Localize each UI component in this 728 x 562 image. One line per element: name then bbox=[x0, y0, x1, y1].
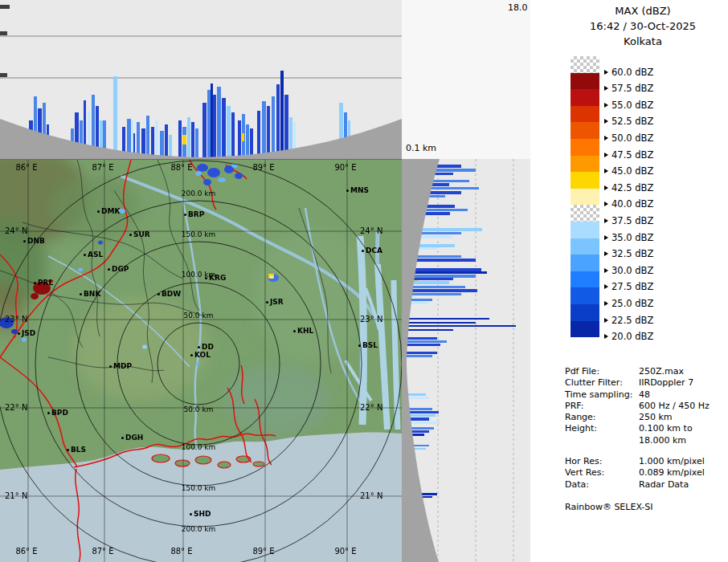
legend-entry: 20.0 dBZ bbox=[571, 321, 599, 338]
city-dot bbox=[362, 250, 364, 252]
city-dot bbox=[129, 234, 132, 236]
legend-entry: 27.5 dBZ bbox=[571, 271, 599, 288]
city-marker: JSD bbox=[18, 329, 35, 337]
radar-map-panel: 86° E 87° E 88° E 89° E 90° E 86° E 87° … bbox=[0, 159, 402, 562]
city-dot bbox=[184, 214, 186, 216]
legend-entry: 50.0 dBZ bbox=[571, 122, 599, 139]
tick-arrow-icon bbox=[604, 185, 608, 190]
legend-value: 60.0 dBZ bbox=[611, 67, 653, 78]
city-label: JSR bbox=[270, 298, 284, 306]
metadata-value: 1.000 km/pixel bbox=[639, 456, 705, 467]
city-marker: SHD bbox=[190, 510, 211, 518]
tick-arrow-icon bbox=[604, 218, 608, 223]
legend-swatch bbox=[571, 172, 599, 189]
city-label: DMK bbox=[101, 207, 120, 215]
city-label: DGP bbox=[112, 265, 129, 273]
city-marker: DD bbox=[198, 343, 214, 351]
metadata-label: Data: bbox=[565, 479, 639, 491]
city-marker: DGP bbox=[108, 265, 129, 273]
city-marker: DGH bbox=[121, 434, 143, 442]
city-label: MDP bbox=[113, 362, 132, 370]
city-marker: KRG bbox=[205, 274, 226, 282]
city-dot bbox=[84, 254, 86, 256]
city-marker: MNS bbox=[346, 186, 369, 194]
radar-station: Kolkata bbox=[558, 34, 728, 49]
city-label: BPD bbox=[51, 409, 68, 417]
legend-swatch bbox=[571, 73, 599, 90]
tick-arrow-icon bbox=[604, 119, 608, 124]
city-dot bbox=[293, 330, 296, 332]
legend-swatch bbox=[571, 106, 599, 123]
legend-value: 52.5 dBZ bbox=[611, 116, 653, 127]
legend-entry: 40.0 dBZ bbox=[571, 189, 599, 206]
city-marker: ASL bbox=[84, 250, 103, 259]
side-projection-panel bbox=[402, 159, 530, 562]
legend-value: 45.0 dBZ bbox=[611, 165, 653, 177]
city-marker: DNB bbox=[23, 237, 45, 245]
metadata-row: Time sampling:48 bbox=[565, 389, 710, 401]
city-dot bbox=[97, 210, 100, 213]
city-dot bbox=[266, 301, 268, 303]
legend-swatch bbox=[571, 89, 599, 106]
tick-arrow-icon bbox=[604, 153, 608, 157]
city-dot bbox=[358, 344, 361, 347]
metadata-value: 0.100 km to bbox=[639, 423, 693, 434]
height-gridlines bbox=[438, 159, 513, 562]
city-label: ASL bbox=[88, 250, 103, 259]
city-marker: BRP bbox=[184, 210, 204, 218]
tick-arrow-icon bbox=[604, 251, 608, 256]
metadata-row: Clutter Filter:IIRDoppler 7 bbox=[565, 377, 710, 389]
legend-swatch bbox=[571, 271, 599, 288]
scan-metadata: Pdf File:250Z.max Clutter Filter:IIRDopp… bbox=[565, 366, 710, 513]
tick-arrow-icon bbox=[604, 136, 608, 140]
tick-arrow-icon bbox=[604, 86, 608, 91]
city-marker: PRL bbox=[34, 279, 53, 287]
metadata-row: Pdf File:250Z.max bbox=[565, 366, 710, 377]
range-ring-label: 150.0 km bbox=[182, 230, 216, 238]
range-ring-label: 50.0 km bbox=[184, 312, 214, 320]
tick-arrow-icon bbox=[604, 284, 608, 289]
legend-swatch bbox=[571, 287, 599, 304]
city-dot bbox=[346, 189, 349, 192]
legend-entry: 32.5 dBZ bbox=[571, 238, 599, 255]
legend-value: 50.0 dBZ bbox=[611, 132, 653, 144]
legend-swatch bbox=[571, 156, 599, 173]
metadata-value: 18.000 km bbox=[639, 435, 686, 446]
city-label: BLS bbox=[71, 446, 86, 454]
city-marker: BNK bbox=[80, 290, 100, 298]
city-label: BDW bbox=[162, 290, 181, 298]
legend-value: 42.5 dBZ bbox=[611, 182, 653, 193]
city-label: KOL bbox=[194, 351, 211, 359]
lon-label: 86° E bbox=[15, 163, 37, 172]
lon-label: 86° E bbox=[15, 547, 37, 556]
legend-entry: 47.5 dBZ bbox=[571, 139, 599, 156]
lat-label: 22° N bbox=[5, 403, 27, 412]
side-projection-graphic bbox=[402, 159, 530, 562]
city-marker: BDW bbox=[157, 290, 181, 298]
metadata-label: Pdf File: bbox=[565, 366, 639, 377]
city-dot bbox=[23, 240, 26, 242]
metadata-value: 48 bbox=[639, 389, 650, 401]
city-marker: BPD bbox=[47, 409, 68, 417]
tick-arrow-icon bbox=[604, 169, 608, 173]
city-dot bbox=[67, 449, 69, 451]
city-marker: DMK bbox=[97, 207, 120, 215]
tick-arrow-icon bbox=[604, 268, 608, 273]
city-label: SHD bbox=[194, 510, 211, 518]
lon-label: 89° E bbox=[252, 163, 274, 172]
city-dot bbox=[190, 354, 193, 356]
radar-display: 18.0 km 0.1 km bbox=[0, 0, 728, 562]
height-axis-min-label: 0.1 km bbox=[406, 143, 436, 153]
city-marker: KHL bbox=[293, 327, 313, 335]
legend-swatch bbox=[571, 122, 599, 139]
legend-swatch bbox=[571, 189, 599, 206]
city-dot bbox=[121, 437, 124, 439]
lon-label: 87° E bbox=[92, 163, 113, 172]
lat-label: 21° N bbox=[5, 491, 27, 500]
metadata-label: Vert Res: bbox=[565, 467, 639, 479]
metadata-value: Radar Data bbox=[639, 479, 689, 491]
radar-map-graphic bbox=[0, 160, 402, 562]
city-label: PRL bbox=[38, 279, 53, 287]
city-label: KHL bbox=[297, 327, 313, 335]
metadata-row: Range:250 km bbox=[565, 412, 710, 423]
